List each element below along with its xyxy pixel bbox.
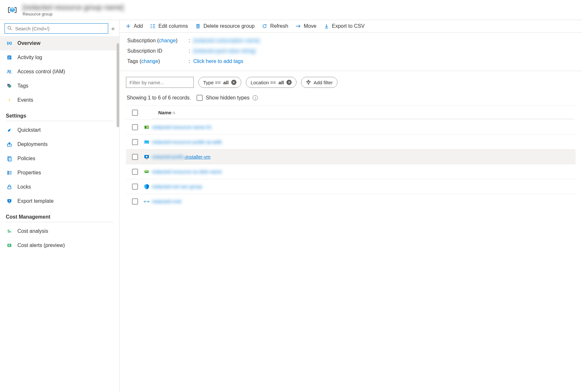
table-row[interactable]: redacted-net-sec-group: [126, 179, 576, 194]
toolbar-delete[interactable]: Delete resource group: [195, 23, 255, 29]
table-row[interactable]: redacted-resource-name-01: [126, 119, 576, 134]
clear-location-filter-icon[interactable]: ✕: [286, 80, 292, 85]
sidebar-item-label: Locks: [17, 184, 31, 190]
sidebar-search-input[interactable]: [15, 26, 105, 31]
sidebar-item-locks[interactable]: Locks: [0, 180, 119, 194]
sort-indicator-icon: ↑↓: [172, 110, 175, 115]
toolbar-refresh[interactable]: Refresh: [262, 23, 288, 29]
resource-header: [redacted resource group name] Resource …: [0, 0, 582, 20]
toolbar-edit-columns-label: Edit columns: [158, 23, 188, 29]
table-header-row: Name ↑↓: [126, 105, 576, 119]
add-filter-icon: [306, 79, 311, 86]
sidebar-item-label: Deployments: [17, 141, 47, 147]
filter-pill-type[interactable]: Type == all ✕: [198, 77, 241, 88]
svg-point-9: [8, 70, 9, 71]
subscription-value[interactable]: [redacted subscription name]: [193, 38, 259, 44]
toolbar-refresh-label: Refresh: [270, 23, 288, 29]
table-row[interactable]: redacted-resource-os-disk-name: [126, 164, 576, 179]
tags-change-link[interactable]: change: [141, 58, 159, 64]
resource-link[interactable]: redacted-net-sec-group: [152, 184, 202, 189]
sidebar-scrollbar[interactable]: [117, 43, 119, 127]
deployments-icon: [6, 141, 13, 148]
resource-link[interactable]: redacted-resource-name-01: [152, 124, 212, 130]
sidebar-item-properties[interactable]: Properties: [0, 166, 119, 180]
subscription-id-label: Subscription ID: [127, 48, 189, 54]
resource-link[interactable]: redacted-vnet: [152, 199, 182, 204]
sidebar-search[interactable]: [5, 23, 108, 34]
svg-text:<: <: [144, 200, 146, 203]
toolbar-export-csv[interactable]: Export to CSV: [324, 23, 365, 29]
svg-rect-17: [8, 157, 11, 161]
show-hidden-checkbox[interactable]: [197, 95, 203, 101]
svg-rect-38: [197, 25, 199, 28]
row-checkbox[interactable]: [132, 124, 138, 130]
select-all-checkbox[interactable]: [132, 110, 138, 116]
svg-point-63: [146, 201, 146, 201]
svg-point-53: [145, 143, 146, 143]
row-checkbox[interactable]: [132, 139, 138, 145]
subscription-id-value: [redacted guid value string]: [193, 48, 255, 54]
toolbar-export-csv-label: Export to CSV: [332, 23, 365, 29]
sidebar-item-activity-log[interactable]: Activity log: [0, 50, 119, 65]
subscription-change-link[interactable]: change: [159, 38, 176, 43]
clear-type-filter-icon[interactable]: ✕: [231, 80, 236, 85]
overview-icon: [6, 40, 13, 47]
resource-link[interactable]: redacted-prefix-installer-vm: [152, 154, 211, 160]
toolbar-move[interactable]: Move: [295, 23, 316, 29]
row-checkbox[interactable]: [132, 169, 138, 175]
toolbar-edit-columns[interactable]: Edit columns: [150, 23, 188, 29]
page-subtitle: Resource group: [23, 12, 124, 16]
toolbar-add[interactable]: Add: [125, 23, 143, 29]
table-row[interactable]: redacted-prefix-installer-vm: [126, 149, 576, 164]
properties-block: Subscription (change) : [redacted subscr…: [120, 33, 582, 71]
row-checkbox[interactable]: [132, 199, 138, 204]
svg-point-22: [8, 174, 9, 175]
toolbar-add-label: Add: [134, 23, 143, 29]
resource-link[interactable]: redacted-resource-public-ip-addr: [152, 139, 222, 145]
tags-add-link[interactable]: Click here to add tags: [193, 58, 243, 64]
table-row[interactable]: redacted-resource-public-ip-addr: [126, 134, 576, 149]
row-checkbox[interactable]: [132, 154, 138, 160]
sidebar-item-label: Quickstart: [17, 127, 41, 133]
sidebar-item-overview[interactable]: Overview: [0, 36, 119, 50]
svg-point-20: [8, 172, 9, 173]
download-icon: [324, 23, 329, 29]
table-row[interactable]: <>redacted-vnet: [126, 194, 576, 209]
events-icon: [6, 97, 13, 104]
svg-rect-24: [8, 187, 11, 189]
sidebar-item-tags[interactable]: Tags: [0, 79, 119, 93]
refresh-icon: [262, 23, 267, 29]
policies-icon: [6, 155, 13, 162]
sidebar-item-deployments[interactable]: Deployments: [0, 137, 119, 151]
filter-pill-location[interactable]: Location == all ✕: [246, 77, 296, 88]
svg-rect-57: [146, 159, 148, 159]
svg-text:$: $: [8, 244, 10, 247]
move-icon: [295, 23, 301, 29]
sidebar-item-cost-alerts[interactable]: $ Cost alerts (preview): [0, 238, 119, 253]
sidebar-section-cost: Cost Management: [6, 208, 113, 222]
svg-line-3: [10, 29, 12, 30]
resource-link[interactable]: redacted-resource-os-disk-name: [152, 169, 222, 174]
sidebar-item-policies[interactable]: Policies: [0, 151, 119, 166]
sidebar-item-label: Overview: [17, 40, 40, 46]
column-header-name[interactable]: Name ↑↓: [152, 107, 573, 119]
toolbar-delete-label: Delete resource group: [203, 23, 255, 29]
row-checkbox[interactable]: [132, 184, 138, 190]
locks-icon: [6, 183, 13, 191]
sidebar-item-events[interactable]: Events: [0, 93, 119, 107]
resource-group-icon: [6, 4, 18, 16]
toolbar: Add Edit columns Delete resource group R…: [120, 20, 582, 33]
sidebar-item-cost-analysis[interactable]: $ Cost analysis: [0, 224, 119, 238]
sidebar-item-quickstart[interactable]: Quickstart: [0, 123, 119, 137]
sidebar-item-iam[interactable]: Access control (IAM): [0, 65, 119, 79]
sidebar-item-label: Events: [17, 97, 33, 103]
add-filter-button[interactable]: Add filter: [301, 77, 338, 88]
page-title: [redacted resource group name]: [23, 3, 124, 12]
resource-type-icon: [141, 124, 152, 130]
sidebar-item-export-template[interactable]: Export template: [0, 194, 119, 208]
info-icon[interactable]: i: [253, 95, 258, 100]
filter-by-name-input[interactable]: [126, 77, 194, 88]
sidebar-item-label: Properties: [17, 170, 41, 176]
collapse-sidebar-icon[interactable]: «: [111, 25, 115, 32]
plus-icon: [125, 23, 131, 29]
